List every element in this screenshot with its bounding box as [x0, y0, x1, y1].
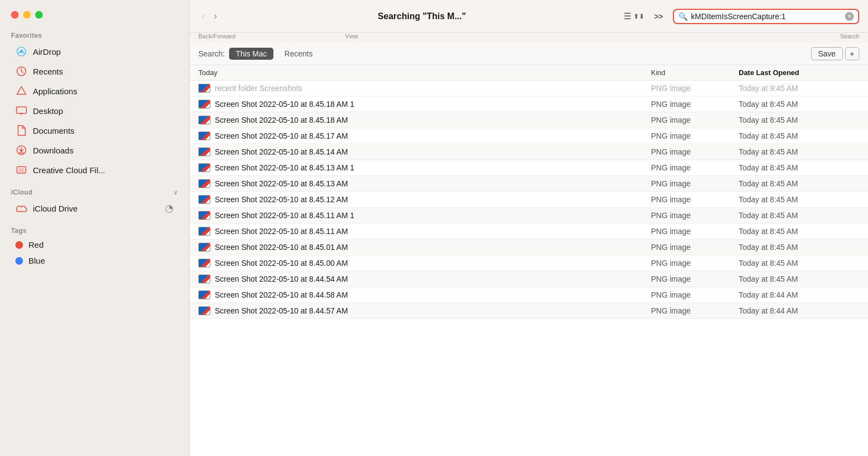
- icloud-loading-icon: ◔: [165, 202, 174, 214]
- minimize-button[interactable]: [23, 11, 31, 19]
- save-add-group: Save +: [811, 47, 859, 60]
- file-date: Today at 8:45 AM: [739, 132, 859, 140]
- scope-recents-button[interactable]: Recents: [278, 48, 319, 60]
- file-date: Today at 8:45 AM: [739, 243, 859, 252]
- file-name-cell: Screen Shot 2022-05-10 at 8.45.11 AM 1: [198, 210, 651, 220]
- sidebar-item-recents[interactable]: Recents: [4, 61, 185, 81]
- table-row[interactable]: Screen Shot 2022-05-10 at 8.45.14 AM PNG…: [190, 144, 868, 160]
- file-name-cell: Screen Shot 2022-05-10 at 8.44.58 AM: [198, 290, 651, 300]
- file-name-text: Screen Shot 2022-05-10 at 8.45.11 AM 1: [215, 211, 355, 220]
- back-button[interactable]: ‹: [198, 9, 208, 23]
- downloads-icon: [15, 144, 27, 156]
- sidebar-item-creative-cloud[interactable]: Creative Cloud Fil...: [4, 160, 185, 180]
- file-kind: PNG image: [651, 211, 739, 220]
- search-clear-button[interactable]: ✕: [845, 12, 854, 21]
- sidebar-item-applications-label: Applications: [33, 87, 77, 96]
- search-box: 🔍 ✕: [673, 9, 859, 24]
- file-name-text: Screen Shot 2022-05-10 at 8.45.14 AM: [215, 147, 348, 156]
- recents-icon: [15, 65, 27, 77]
- tag-red-label: Red: [28, 240, 44, 249]
- sidebar-item-applications[interactable]: Applications: [4, 81, 185, 101]
- file-date: Today at 8:45 AM: [739, 211, 859, 220]
- table-row[interactable]: Screen Shot 2022-05-10 at 8.45.11 AM 1 P…: [190, 208, 868, 224]
- file-rows-container: Screen Shot 2022-05-10 at 8.45.18 AM 1 P…: [190, 96, 868, 319]
- file-kind: PNG image: [651, 132, 739, 140]
- icloud-chevron-icon[interactable]: ∨: [173, 189, 178, 196]
- view-arrows-icon: ⬆⬇: [633, 13, 644, 20]
- close-button[interactable]: [11, 11, 19, 19]
- file-kind: PNG image: [651, 243, 739, 252]
- file-kind: PNG image: [651, 163, 739, 172]
- more-button[interactable]: >>: [651, 11, 666, 22]
- file-date: Today at 8:45 AM: [739, 179, 859, 188]
- documents-icon: [15, 124, 27, 136]
- forward-button[interactable]: ›: [210, 9, 220, 23]
- table-row[interactable]: Screen Shot 2022-05-10 at 8.45.18 AM PNG…: [190, 112, 868, 128]
- table-row[interactable]: Screen Shot 2022-05-10 at 8.44.57 AM PNG…: [190, 303, 868, 319]
- view-controls[interactable]: ☰ ⬆⬇: [624, 11, 644, 21]
- file-icon: [198, 83, 210, 93]
- sidebar-item-documents-label: Documents: [33, 126, 75, 135]
- file-date: Today at 9:45 AM: [739, 84, 859, 93]
- table-row[interactable]: Screen Shot 2022-05-10 at 8.45.13 AM PNG…: [190, 176, 868, 192]
- table-row[interactable]: Screen Shot 2022-05-10 at 8.44.54 AM PNG…: [190, 271, 868, 287]
- tag-item-red[interactable]: Red: [4, 237, 185, 253]
- file-icon: [198, 131, 210, 141]
- file-list-header: Today Kind Date Last Opened: [190, 65, 868, 81]
- sidebar-item-icloud-drive[interactable]: iCloud Drive ◔: [4, 198, 185, 218]
- table-row[interactable]: Screen Shot 2022-05-10 at 8.44.58 AM PNG…: [190, 287, 868, 303]
- toolbar: ‹ › Searching "This M..." ☰ ⬆⬇ >> 🔍 ✕: [190, 0, 868, 33]
- file-kind: PNG image: [651, 84, 739, 93]
- file-date: Today at 8:44 AM: [739, 306, 859, 315]
- tag-item-blue[interactable]: Blue: [4, 253, 185, 269]
- file-kind: PNG image: [651, 100, 739, 109]
- file-name-text: Screen Shot 2022-05-10 at 8.45.13 AM: [215, 179, 348, 188]
- file-name-cell: Screen Shot 2022-05-10 at 8.45.01 AM: [198, 242, 651, 252]
- sidebar-item-airdrop[interactable]: AirDrop: [4, 42, 185, 61]
- table-row[interactable]: Screen Shot 2022-05-10 at 8.45.18 AM 1 P…: [190, 96, 868, 112]
- file-name-text: Screen Shot 2022-05-10 at 8.45.11 AM: [215, 227, 348, 236]
- file-name-cell: Screen Shot 2022-05-10 at 8.45.13 AM 1: [198, 163, 651, 173]
- tag-blue-label: Blue: [28, 256, 45, 265]
- search-label: Search: [840, 33, 859, 39]
- table-row[interactable]: recent folder Screenshots PNG image Toda…: [190, 81, 868, 96]
- table-row[interactable]: Screen Shot 2022-05-10 at 8.45.11 AM PNG…: [190, 224, 868, 240]
- file-kind: PNG image: [651, 306, 739, 315]
- sidebar-item-desktop[interactable]: Desktop: [4, 101, 185, 121]
- save-button[interactable]: Save: [811, 47, 843, 60]
- file-name-cell: Screen Shot 2022-05-10 at 8.44.57 AM: [198, 306, 651, 316]
- file-name-text: Screen Shot 2022-05-10 at 8.45.18 AM: [215, 116, 348, 124]
- file-icon: [198, 226, 210, 236]
- table-row[interactable]: Screen Shot 2022-05-10 at 8.45.13 AM 1 P…: [190, 160, 868, 176]
- table-row[interactable]: Screen Shot 2022-05-10 at 8.45.00 AM PNG…: [190, 255, 868, 271]
- scope-this-mac-button[interactable]: This Mac: [229, 48, 273, 60]
- search-input[interactable]: [691, 12, 842, 21]
- view-label: View: [345, 33, 358, 39]
- add-button[interactable]: +: [845, 47, 859, 60]
- file-name-text: Screen Shot 2022-05-10 at 8.45.12 AM: [215, 195, 348, 204]
- file-kind: PNG image: [651, 147, 739, 156]
- sidebar-item-downloads[interactable]: Downloads: [4, 140, 185, 160]
- table-row[interactable]: Screen Shot 2022-05-10 at 8.45.01 AM PNG…: [190, 240, 868, 255]
- sidebar: Favorites AirDrop Recents Applications: [0, 0, 190, 456]
- search-scope-label: Search:: [198, 49, 225, 58]
- file-icon: [198, 195, 210, 204]
- icloud-drive-icon: [15, 202, 27, 214]
- svg-rect-3: [16, 107, 26, 113]
- table-row[interactable]: Screen Shot 2022-05-10 at 8.45.17 AM PNG…: [190, 128, 868, 144]
- file-icon: [198, 179, 210, 189]
- file-date: Today at 8:45 AM: [739, 147, 859, 156]
- file-name-cell: Screen Shot 2022-05-10 at 8.45.13 AM: [198, 179, 651, 189]
- file-kind: PNG image: [651, 227, 739, 236]
- file-icon: [198, 258, 210, 268]
- main-content: ‹ › Searching "This M..." ☰ ⬆⬇ >> 🔍 ✕ Ba…: [190, 0, 868, 456]
- file-date: Today at 8:45 AM: [739, 195, 859, 204]
- sidebar-item-icloud-drive-label: iCloud Drive: [33, 204, 78, 213]
- file-date: Today at 8:45 AM: [739, 116, 859, 124]
- sidebar-item-documents[interactable]: Documents: [4, 121, 185, 140]
- file-date: Today at 8:45 AM: [739, 275, 859, 283]
- maximize-button[interactable]: [35, 11, 43, 19]
- col-today-header: Today: [198, 69, 651, 77]
- table-row[interactable]: Screen Shot 2022-05-10 at 8.45.12 AM PNG…: [190, 192, 868, 208]
- file-icon: [198, 147, 210, 157]
